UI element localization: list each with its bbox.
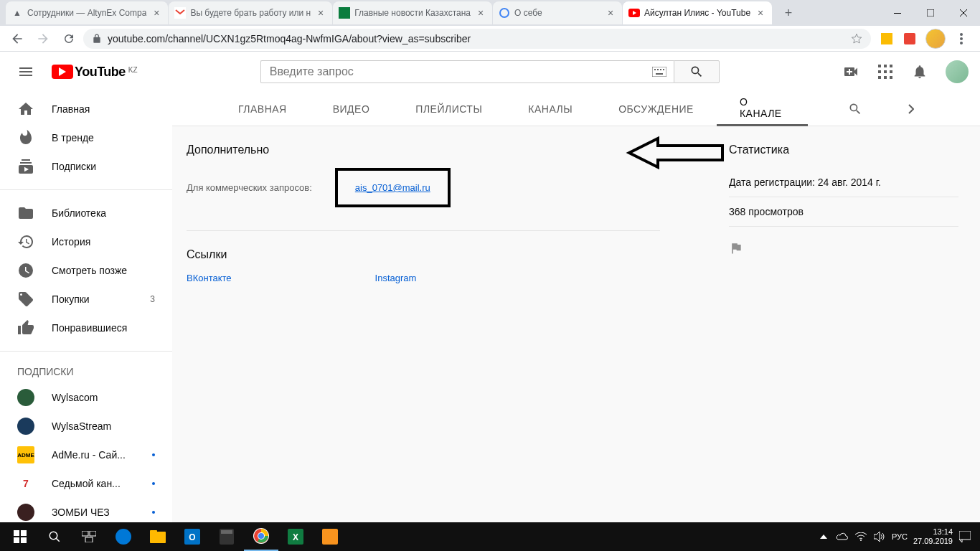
tab-playlists[interactable]: ПЛЕЙЛИСТЫ: [392, 92, 505, 126]
search-button[interactable]: [674, 60, 720, 83]
tab-videos[interactable]: ВИДЕО: [310, 92, 393, 126]
browser-tab[interactable]: Главные новости Казахстана ×: [333, 1, 492, 24]
close-icon[interactable]: ×: [605, 7, 616, 19]
tray-notifications-icon[interactable]: [958, 530, 971, 543]
chrome-profile-avatar[interactable]: [925, 29, 946, 49]
taskbar-app[interactable]: [313, 522, 347, 551]
taskbar-app-chrome[interactable]: [244, 522, 278, 551]
browser-tab[interactable]: Вы будете брать работу или н ×: [169, 1, 332, 24]
sidebar-channel[interactable]: WylsaStream: [0, 412, 172, 441]
sidebar-item-home[interactable]: Главная: [0, 95, 172, 123]
svg-rect-31: [82, 531, 88, 536]
user-avatar[interactable]: [946, 60, 969, 83]
youtube-region: KZ: [128, 66, 138, 74]
home-icon: [17, 100, 34, 118]
search-input[interactable]: [260, 60, 645, 83]
sidebar-item-watch-later[interactable]: Смотреть позже: [0, 256, 172, 285]
join-date: Дата регистрации: 24 авг. 2014 г.: [729, 168, 958, 197]
lock-icon: [92, 34, 102, 44]
taskbar-app-edge[interactable]: [106, 522, 141, 551]
sidebar-item-trending[interactable]: В тренде: [0, 123, 172, 152]
svg-rect-26: [14, 530, 19, 536]
tray-volume-icon[interactable]: [873, 530, 886, 543]
close-icon[interactable]: ×: [475, 7, 486, 19]
tab-home[interactable]: ГЛАВНАЯ: [215, 92, 310, 126]
sidebar-channel[interactable]: ЗОМБИ ЧЕЗ: [0, 498, 172, 522]
close-icon[interactable]: ×: [315, 7, 326, 19]
tab-channels[interactable]: КАНАЛЫ: [505, 92, 595, 126]
more-heading: Дополнительно: [187, 143, 660, 156]
minimize-button[interactable]: [881, 0, 914, 26]
close-window-button[interactable]: [947, 0, 980, 26]
address-bar: youtube.com/channel/UCXN1gz5Rtmoq4ag-Nwf…: [0, 26, 980, 52]
close-icon[interactable]: ×: [755, 7, 766, 19]
star-icon[interactable]: [851, 33, 862, 44]
extension-icon[interactable]: [903, 32, 917, 46]
links-heading: Ссылки: [187, 248, 660, 261]
sidebar-item-subscriptions[interactable]: Подписки: [0, 152, 172, 181]
forward-button[interactable]: [32, 27, 55, 50]
new-tab-button[interactable]: +: [778, 3, 798, 23]
taskbar-app-outlook[interactable]: O: [175, 522, 209, 551]
browser-tab[interactable]: О себе ×: [493, 1, 622, 24]
channel-label: WylsaStream: [52, 420, 111, 432]
browser-tab-active[interactable]: Айсултан Илияс - YouTube ×: [623, 1, 772, 24]
url-text: youtube.com/channel/UCXN1gz5Rtmoq4ag-Nwf…: [108, 33, 845, 44]
sidebar-item-liked[interactable]: Понравившиеся: [0, 314, 172, 342]
taskbar-app-calculator[interactable]: [209, 522, 244, 551]
notifications-button[interactable]: [911, 63, 928, 80]
keyboard-button[interactable]: [645, 60, 674, 83]
svg-point-48: [860, 540, 862, 541]
browser-tab[interactable]: ▲ Сотрудники — AltynEx Compa ×: [6, 1, 168, 24]
maximize-button[interactable]: [914, 0, 947, 26]
channel-more-button[interactable]: [885, 92, 937, 126]
taskbar-app-explorer[interactable]: [141, 522, 175, 551]
tab-title: Вы будете брать работу или н: [190, 8, 311, 18]
sidebar-item-purchases[interactable]: Покупки 3: [0, 285, 172, 314]
taskbar-app-excel[interactable]: X: [278, 522, 313, 551]
svg-rect-32: [90, 531, 96, 536]
tab-title: Айсултан Илияс - YouTube: [644, 8, 750, 18]
url-field[interactable]: youtube.com/channel/UCXN1gz5Rtmoq4ag-Nwf…: [83, 29, 871, 49]
tab-discussion[interactable]: ОБСУЖДЕНИЕ: [595, 92, 717, 126]
sidebar-item-history[interactable]: История: [0, 227, 172, 256]
divider: [187, 230, 660, 231]
svg-rect-11: [652, 67, 666, 77]
channel-tabs: ГЛАВНАЯ ВИДЕО ПЛЕЙЛИСТЫ КАНАЛЫ ОБСУЖДЕНИ…: [172, 92, 980, 126]
taskbar-clock[interactable]: 13:14 27.09.2019: [913, 527, 953, 546]
sidebar-channel[interactable]: 7 Седьмой кан...: [0, 469, 172, 498]
svg-rect-35: [150, 532, 166, 543]
tray-cloud-icon[interactable]: [836, 530, 849, 543]
create-video-button[interactable]: [842, 63, 859, 80]
report-flag-button[interactable]: [729, 241, 958, 255]
keyboard-icon: [652, 67, 666, 77]
tray-wifi-icon[interactable]: [854, 530, 867, 543]
back-button[interactable]: [6, 27, 29, 50]
youtube-logo[interactable]: YouTube KZ: [52, 65, 138, 80]
sidebar-channel[interactable]: ADME AdMe.ru - Сай...: [0, 441, 172, 469]
business-email-link[interactable]: ais_0701@mail.ru: [355, 182, 430, 193]
extension-icon[interactable]: [880, 32, 894, 46]
link-instagram[interactable]: Instagram: [375, 273, 417, 283]
tray-chevron-icon[interactable]: [817, 530, 830, 543]
task-view-button[interactable]: [72, 522, 106, 551]
search-button[interactable]: [37, 522, 72, 551]
close-icon[interactable]: ×: [151, 7, 162, 19]
windows-icon: [14, 530, 27, 543]
hamburger-menu[interactable]: [11, 57, 40, 86]
sidebar-channel[interactable]: Wylsacom: [0, 383, 172, 412]
new-content-dot: [152, 511, 155, 514]
apps-button[interactable]: [877, 63, 894, 80]
link-vk[interactable]: ВКонтакте: [187, 273, 232, 283]
gmail-icon: [174, 7, 186, 19]
tray-language[interactable]: РУС: [892, 532, 908, 541]
tab-about[interactable]: О КАНАЛЕ: [717, 92, 808, 126]
reload-button[interactable]: [57, 27, 80, 50]
chrome-menu-icon[interactable]: [954, 32, 969, 46]
sidebar-item-library[interactable]: Библиотека: [0, 199, 172, 227]
channel-search-button[interactable]: [825, 92, 885, 126]
annotation-arrow: [626, 135, 726, 171]
svg-point-2: [500, 9, 509, 17]
start-button[interactable]: [3, 522, 37, 551]
clock-icon: [17, 262, 34, 279]
